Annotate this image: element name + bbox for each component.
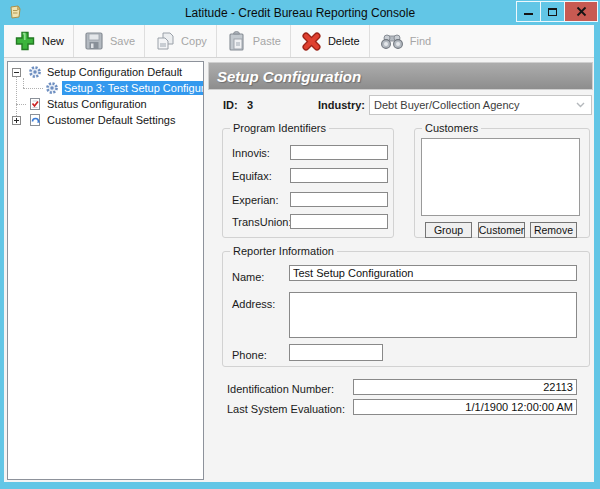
copy-button[interactable]: Copy [145,25,216,57]
remove-button[interactable]: Remove [530,222,577,238]
page-title: Setup Configuration [208,62,593,90]
paste-button[interactable]: Paste [217,25,290,57]
maximize-icon [548,8,557,16]
copy-button-label: Copy [181,35,207,47]
experian-label: Experian: [232,194,278,206]
tree-item-label-selected: Setup 3: Test Setup Configuration [62,81,204,95]
industry-dropdown[interactable]: Debt Buyer/Collection Agency [369,95,592,115]
tree-item-setup-3-test-setup-configuration[interactable]: Setup 3: Test Setup Configuration [8,80,203,96]
last-system-evaluation-input[interactable] [353,399,577,415]
identification-number-label: Identification Number: [227,383,334,395]
minimize-icon [524,13,533,15]
id-value: 3 [247,99,253,111]
binoculars-icon [379,30,405,52]
expand-plus-icon[interactable] [12,116,21,125]
toolbar: New Save Copy [4,25,594,58]
industry-label: Industry: [300,99,365,111]
reporter-information-title: Reporter Information [230,245,337,257]
address-input[interactable] [289,292,577,338]
transunion-input[interactable] [290,214,388,229]
address-label: Address: [232,298,275,310]
copy-icon [154,30,176,52]
tree-item-setup-configuration-default[interactable]: Setup Configuration Default [8,64,203,80]
new-button[interactable]: New [4,25,73,57]
gear-node-icon [45,81,59,95]
titlebar: Latitude - Credit Bureau Reporting Conso… [0,0,600,25]
tree-item-label: Customer Default Settings [45,113,177,127]
paste-icon [226,30,248,52]
innovis-input[interactable] [290,145,388,160]
find-button[interactable]: Find [370,25,440,57]
find-button-label: Find [410,35,431,47]
id-label: ID: [223,99,238,111]
close-icon [576,6,587,17]
new-button-label: New [42,35,64,47]
last-system-evaluation-label: Last System Evaluation: [227,403,345,415]
window-title: Latitude - Credit Bureau Reporting Conso… [0,0,600,25]
plus-icon [13,29,37,53]
config-tree: Setup Configuration Default Setup 3: Tes… [7,61,204,480]
collapse-minus-icon[interactable] [12,68,21,77]
transunion-label: TransUnion: [232,216,292,228]
app-window: Latitude - Credit Bureau Reporting Conso… [0,0,600,489]
paste-button-label: Paste [253,35,281,47]
red-x-icon [300,30,323,53]
innovis-label: Innovis: [232,147,270,159]
equifax-input[interactable] [290,168,388,183]
name-input[interactable] [289,265,577,281]
group-button[interactable]: Group [425,222,472,238]
program-identifiers-title: Program Identifiers [230,122,329,134]
name-label: Name: [232,271,264,283]
floppy-icon [83,30,105,52]
window-controls [517,1,598,22]
identification-number-input[interactable] [353,379,577,395]
customers-title: Customers [422,122,481,134]
save-button[interactable]: Save [74,25,144,57]
tree-item-status-configuration[interactable]: Status Configuration [8,96,203,112]
equifax-label: Equifax: [232,170,272,182]
customer-doc-icon [28,113,42,127]
industry-dropdown-value: Debt Buyer/Collection Agency [374,99,576,111]
minimize-button[interactable] [516,1,541,22]
close-button[interactable] [564,1,598,22]
experian-input[interactable] [290,192,388,207]
gear-node-icon [28,65,42,79]
status-check-icon [28,97,42,111]
phone-input[interactable] [289,344,383,361]
maximize-button[interactable] [540,1,565,22]
save-button-label: Save [110,35,135,47]
phone-label: Phone: [232,349,267,361]
delete-button[interactable]: Delete [291,25,369,57]
chevron-down-icon [576,102,585,108]
tree-item-label: Status Configuration [45,97,149,111]
delete-button-label: Delete [328,35,360,47]
tree-item-label: Setup Configuration Default [45,65,184,79]
customers-listbox[interactable] [421,138,580,216]
customer-button[interactable]: Customer [478,222,525,238]
tree-item-customer-default-settings[interactable]: Customer Default Settings [8,112,203,128]
main-area: Setup Configuration Default Setup 3: Tes… [4,58,594,482]
